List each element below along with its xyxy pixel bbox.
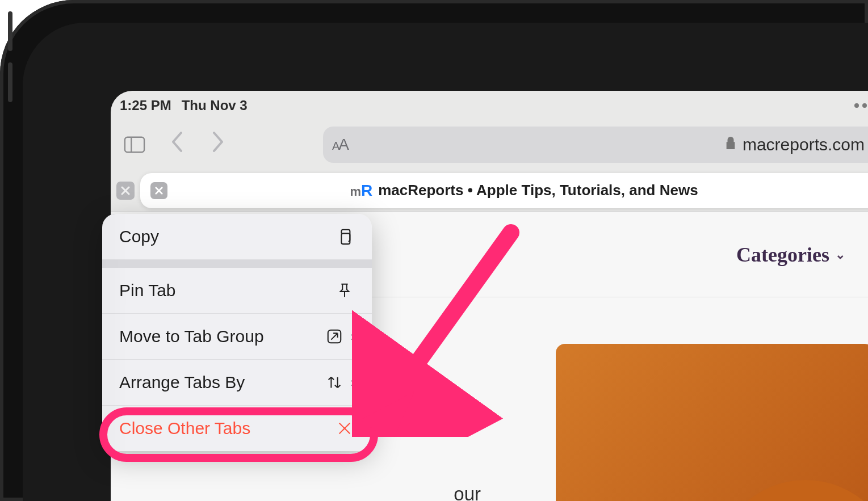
- svg-rect-6: [341, 233, 350, 244]
- close-icon: [155, 187, 163, 195]
- sort-icon: [324, 372, 345, 393]
- forward-button[interactable]: [203, 130, 233, 159]
- sidebar-icon: [124, 136, 145, 154]
- text-size-button[interactable]: AA: [332, 136, 348, 154]
- status-date: Thu Nov 3: [182, 98, 248, 113]
- menu-copy-label: Copy: [119, 227, 159, 246]
- url-domain: macreports.com: [743, 135, 865, 154]
- status-bar: 1:25 PM Thu Nov 3: [111, 91, 868, 120]
- multitask-dots[interactable]: [854, 103, 868, 108]
- back-button[interactable]: [162, 130, 192, 159]
- sidebar-toggle-button[interactable]: [118, 129, 152, 161]
- close-icon: [121, 186, 130, 195]
- dot-icon: [862, 103, 867, 108]
- tab-favicon: mR: [350, 182, 372, 200]
- status-time: 1:25 PM: [120, 98, 171, 113]
- chevron-right-icon: ›: [350, 374, 355, 390]
- menu-close-other-label: Close Other Tabs: [119, 419, 250, 438]
- lock-icon: [724, 136, 737, 154]
- menu-separator: [102, 260, 372, 268]
- avatar-icon: [715, 480, 868, 501]
- move-to-group-icon: [324, 326, 345, 347]
- pin-icon: [334, 280, 355, 301]
- tab-bar: mR macReports • Apple Tips, Tutorials, a…: [111, 169, 868, 212]
- menu-arrange-label: Arrange Tabs By: [119, 373, 245, 392]
- close-background-tab-button[interactable]: [116, 182, 135, 200]
- hardware-buttons: [11, 0, 18, 125]
- tab-context-menu: Copy Pin Tab Move to Tab Group › Arrange…: [102, 214, 372, 451]
- categories-label: Categories: [736, 243, 829, 267]
- menu-pin-tab[interactable]: Pin Tab: [102, 268, 372, 314]
- browser-toolbar: AA macreports.com: [111, 120, 868, 169]
- featured-image: [556, 344, 868, 501]
- tab-title: mR macReports • Apple Tips, Tutorials, a…: [174, 182, 868, 200]
- menu-move-label: Move to Tab Group: [119, 327, 264, 346]
- close-tab-button[interactable]: [150, 182, 167, 199]
- menu-move-to-group[interactable]: Move to Tab Group ›: [102, 314, 372, 360]
- address-bar[interactable]: AA macreports.com: [323, 127, 868, 163]
- dot-icon: [854, 103, 859, 108]
- menu-arrange-tabs[interactable]: Arrange Tabs By ›: [102, 360, 372, 406]
- svg-rect-0: [125, 137, 144, 153]
- article-snippet: our S.') is signed out of iMessage. You …: [152, 455, 481, 501]
- chevron-left-icon: [170, 130, 184, 153]
- menu-close-other-tabs[interactable]: Close Other Tabs: [102, 406, 372, 451]
- copy-icon: [334, 226, 355, 247]
- menu-pin-label: Pin Tab: [119, 281, 176, 300]
- chevron-right-icon: [211, 130, 225, 153]
- chevron-down-icon: ⌄: [835, 247, 845, 262]
- menu-copy[interactable]: Copy: [102, 214, 372, 260]
- chevron-right-icon: ›: [350, 329, 355, 344]
- close-icon: [334, 418, 355, 439]
- categories-dropdown[interactable]: Categories ⌄: [736, 243, 845, 267]
- active-tab[interactable]: mR macReports • Apple Tips, Tutorials, a…: [140, 173, 868, 208]
